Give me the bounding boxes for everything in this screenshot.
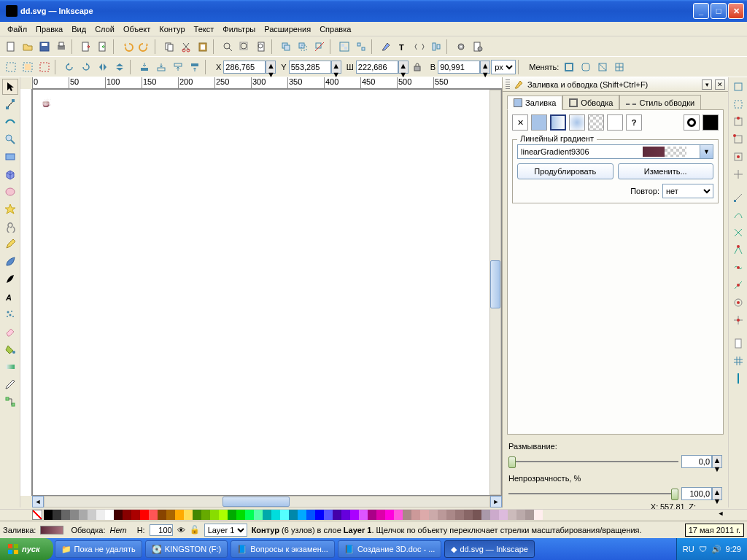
pen-tool-icon[interactable]: [2, 254, 18, 270]
gradient-tool-icon[interactable]: [2, 359, 18, 375]
circle-tool-icon[interactable]: [2, 184, 18, 200]
edit-gradient-button[interactable]: Изменить...: [618, 163, 714, 179]
palette-swatch[interactable]: [219, 510, 228, 520]
affect-gradient-icon[interactable]: [595, 59, 611, 75]
tray-lang[interactable]: RU: [683, 545, 694, 553]
paint-pattern-icon[interactable]: [588, 114, 604, 131]
snap-path-icon[interactable]: [730, 207, 746, 223]
dock-close-icon[interactable]: ✕: [715, 79, 725, 90]
rotate-cw-icon[interactable]: [78, 59, 94, 75]
ruler-horizontal[interactable]: 050100150200250300350400450500550: [32, 77, 502, 89]
palette-swatch[interactable]: [166, 510, 175, 520]
palette-swatch[interactable]: [306, 510, 315, 520]
menu-view[interactable]: Вид: [67, 23, 90, 35]
palette-swatch[interactable]: [201, 510, 210, 520]
flip-h-icon[interactable]: [95, 59, 111, 75]
status-layer-select[interactable]: Layer 1: [204, 524, 247, 537]
select-layers-icon[interactable]: [20, 59, 36, 75]
tray-clock[interactable]: 9:29: [726, 545, 741, 553]
palette-swatch[interactable]: [376, 510, 385, 520]
scrollbar-vertical[interactable]: [489, 90, 501, 495]
close-button[interactable]: ✕: [728, 3, 744, 19]
blur-input[interactable]: ▲▼: [681, 455, 722, 468]
snap-bbox-midpoint-icon[interactable]: [730, 149, 746, 165]
clone-icon[interactable]: [295, 39, 311, 55]
maximize-button[interactable]: □: [711, 3, 727, 19]
palette-swatch[interactable]: [271, 510, 280, 520]
h-input[interactable]: ▲▼: [438, 61, 490, 74]
zoom-draw-icon[interactable]: [236, 39, 252, 55]
palette-swatch[interactable]: [385, 510, 394, 520]
copy-icon[interactable]: [161, 39, 177, 55]
palette-swatch[interactable]: [464, 510, 473, 520]
unlink-icon[interactable]: [311, 39, 328, 55]
taskbar-item[interactable]: 📘 Создание 3D.doc - ...: [338, 540, 441, 558]
snap-rotation-icon[interactable]: [730, 312, 746, 328]
layer-lock-icon[interactable]: 🔓: [190, 525, 200, 534]
lower-bottom-icon[interactable]: [136, 59, 152, 75]
raise-icon[interactable]: [170, 59, 186, 75]
cut-icon[interactable]: [178, 39, 194, 55]
palette-swatch[interactable]: [149, 510, 158, 520]
palette-swatch[interactable]: [429, 510, 438, 520]
palette-swatch[interactable]: [403, 510, 411, 520]
opacity-input[interactable]: ▲▼: [681, 487, 722, 500]
print-icon[interactable]: [53, 39, 69, 55]
rect-tool-icon[interactable]: [2, 149, 18, 165]
palette-swatch[interactable]: [193, 510, 201, 520]
snap-bbox-corner-icon[interactable]: [730, 131, 746, 147]
palette-swatch[interactable]: [420, 510, 429, 520]
palette-swatch[interactable]: [359, 510, 368, 520]
menu-file[interactable]: Файл: [3, 23, 31, 35]
y-input[interactable]: ▲▼: [289, 61, 341, 74]
paint-unknown-icon[interactable]: ?: [626, 114, 642, 131]
affect-pattern-icon[interactable]: [611, 59, 627, 75]
palette-swatch[interactable]: [516, 510, 525, 520]
undo-icon[interactable]: [120, 39, 136, 55]
spray-tool-icon[interactable]: [2, 306, 18, 322]
paint-linear-icon[interactable]: [550, 114, 566, 131]
import-icon[interactable]: [78, 39, 94, 55]
repeat-select[interactable]: нет: [662, 184, 713, 198]
palette-swatch[interactable]: [96, 510, 105, 520]
box3d-tool-icon[interactable]: [2, 166, 18, 182]
menu-text[interactable]: Текст: [190, 23, 219, 35]
paint-radial-icon[interactable]: [569, 114, 585, 131]
zoom-tool-icon[interactable]: [2, 131, 18, 147]
palette-swatch[interactable]: [263, 510, 271, 520]
palette-swatch[interactable]: [44, 510, 53, 520]
dock-grip-icon[interactable]: [506, 79, 510, 90]
ruler-vertical[interactable]: [20, 89, 32, 496]
tab-stroke[interactable]: Обводка: [562, 95, 619, 109]
open-icon[interactable]: [20, 39, 36, 55]
palette-swatch[interactable]: [245, 510, 254, 520]
palette-swatch[interactable]: [525, 510, 534, 520]
align-icon[interactable]: [428, 39, 444, 55]
rotate-ccw-icon[interactable]: [61, 59, 77, 75]
affect-stroke-icon[interactable]: [561, 59, 577, 75]
palette-swatch[interactable]: [446, 510, 455, 520]
palette-swatch[interactable]: [490, 510, 499, 520]
palette-swatch[interactable]: [324, 510, 333, 520]
palette-swatch[interactable]: [438, 510, 446, 520]
pencil-tool-icon[interactable]: [2, 236, 18, 252]
gradient-dropdown[interactable]: ▼: [700, 144, 713, 159]
export-icon[interactable]: [95, 39, 111, 55]
palette-menu-icon[interactable]: ◄: [716, 510, 725, 521]
snap-nodes-icon[interactable]: [730, 190, 746, 206]
menu-layer[interactable]: Слой: [90, 23, 119, 35]
unit-select[interactable]: px: [491, 60, 516, 74]
palette-swatch[interactable]: [499, 510, 508, 520]
taskbar-item[interactable]: 📘 Вопросы к экзамен...: [231, 540, 335, 558]
palette-swatch[interactable]: [88, 510, 96, 520]
flip-v-icon[interactable]: [112, 59, 128, 75]
duplicate-gradient-button[interactable]: Продублировать: [517, 163, 614, 179]
node-tool-icon[interactable]: [2, 96, 18, 112]
palette-swatch[interactable]: [473, 510, 481, 520]
dock-iconify-icon[interactable]: ▾: [702, 79, 712, 90]
snap-center-icon[interactable]: [730, 295, 746, 311]
tab-fill[interactable]: Заливка: [507, 96, 562, 110]
palette-swatch[interactable]: [368, 510, 376, 520]
snap-smooth-icon[interactable]: [730, 260, 746, 276]
zoom-page-icon[interactable]: [253, 39, 269, 55]
